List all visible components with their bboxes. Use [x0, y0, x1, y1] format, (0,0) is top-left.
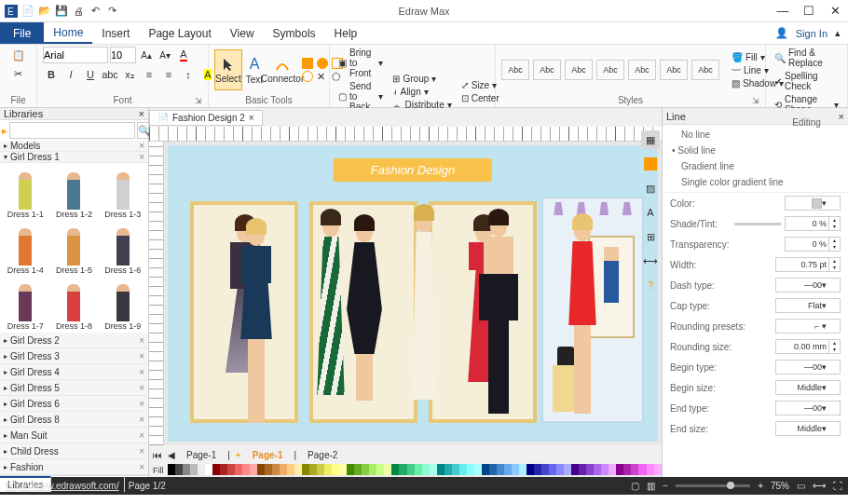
color-swatch[interactable]	[175, 464, 183, 475]
zoom-in-icon[interactable]: +	[758, 481, 763, 491]
view-outline-icon[interactable]: ▥	[647, 481, 655, 491]
undo-icon[interactable]: ↶	[88, 4, 103, 19]
category-row[interactable]: ▸Girl Dress 5×	[0, 380, 148, 396]
color-swatch[interactable]	[227, 464, 235, 475]
category-row[interactable]: ▸Girl Dress 2×	[0, 333, 148, 348]
library-thumbnail[interactable]: Dress 1-7	[2, 277, 48, 331]
find-replace-button[interactable]: 🔍 Find & Replace	[772, 47, 841, 69]
style-preset[interactable]: Abc	[501, 60, 529, 80]
color-swatch[interactable]	[541, 464, 549, 475]
minimize-button[interactable]: —	[773, 4, 792, 19]
bullets-icon[interactable]: ≡	[141, 66, 157, 83]
color-swatch[interactable]	[384, 464, 391, 475]
fit-width-icon[interactable]: ⟷	[813, 481, 826, 491]
color-swatch[interactable]	[354, 464, 362, 475]
underline-icon[interactable]: U	[82, 66, 99, 83]
transparency-input[interactable]: 0 %▴▾	[785, 237, 841, 252]
font-launcher-icon[interactable]: ⇲	[195, 96, 202, 105]
library-menu-icon[interactable]: ▸	[2, 122, 7, 139]
add-page-icon[interactable]: +	[236, 450, 241, 460]
color-picker[interactable]: ▾	[785, 196, 841, 211]
line-type-solid[interactable]: Solid line	[670, 144, 841, 157]
color-swatch[interactable]	[459, 464, 467, 475]
color-swatch[interactable]	[407, 464, 415, 475]
library-thumbnail[interactable]: Dress 1-8	[50, 277, 97, 331]
paste-icon[interactable]: 📋	[10, 47, 27, 63]
color-swatch[interactable]	[235, 464, 242, 475]
print-icon[interactable]: 🖨	[71, 4, 86, 19]
color-swatch[interactable]	[250, 464, 257, 475]
tab-close-icon[interactable]: ×	[249, 113, 254, 123]
line-spacing-icon[interactable]: ↕	[180, 66, 197, 83]
model-figure[interactable]	[475, 209, 522, 432]
dash-select[interactable]: — 00 ▾	[775, 278, 841, 293]
font-color-icon[interactable]: A	[175, 47, 192, 63]
view-normal-icon[interactable]: ▢	[631, 481, 639, 491]
align-button[interactable]: ⫞ Align ▾	[390, 86, 454, 98]
color-swatch[interactable]	[272, 464, 280, 475]
color-swatch[interactable]	[556, 464, 564, 475]
fill-panel-icon[interactable]: ▦	[641, 130, 660, 149]
color-swatch[interactable]	[519, 464, 527, 475]
rounding-preset-select[interactable]: ⌐ ▾	[775, 319, 841, 334]
maximize-button[interactable]: ☐	[800, 4, 818, 19]
color-swatch[interactable]	[571, 464, 579, 475]
shrink-font-icon[interactable]: A▾	[157, 47, 173, 63]
bring-front-button[interactable]: ▣ Bring to Front ▾	[335, 47, 386, 79]
libraries-close-icon[interactable]: ×	[139, 108, 144, 119]
app-icon[interactable]: E	[4, 4, 19, 19]
color-swatch[interactable]	[586, 464, 594, 475]
library-thumbnail[interactable]: Dress 1-5	[50, 221, 97, 275]
select-tool[interactable]: Select	[214, 49, 242, 90]
color-swatch[interactable]	[564, 464, 571, 475]
style-preset[interactable]: Abc	[565, 60, 593, 80]
category-row[interactable]: ▸Fashion×	[0, 459, 148, 475]
zoom-slider[interactable]	[676, 484, 750, 487]
canvas[interactable]: Fashion Design	[168, 145, 658, 442]
style-preset[interactable]: Abc	[533, 60, 561, 80]
category-row[interactable]: ▸Girl Dress 4×	[0, 364, 148, 380]
layout-panel-icon[interactable]: ⊞	[641, 227, 660, 246]
color-swatch[interactable]	[220, 464, 227, 475]
redo-icon[interactable]: ↷	[104, 4, 119, 19]
file-tab[interactable]: File	[0, 22, 44, 44]
model-figure[interactable]	[308, 209, 354, 432]
color-swatch[interactable]	[324, 464, 332, 475]
color-swatch[interactable]	[527, 464, 534, 475]
color-swatch[interactable]	[601, 464, 609, 475]
color-swatch[interactable]	[339, 464, 347, 475]
strike-icon[interactable]: abc	[102, 66, 118, 83]
color-swatch[interactable]	[579, 464, 586, 475]
color-swatch[interactable]	[638, 464, 646, 475]
line-type-none[interactable]: No line	[670, 129, 841, 141]
color-swatch[interactable]	[474, 464, 482, 475]
color-swatch[interactable]	[257, 464, 265, 475]
color-swatch[interactable]	[198, 464, 205, 475]
color-swatch[interactable]	[280, 464, 287, 475]
category-row[interactable]: ▸Girl Dress 6×	[0, 396, 148, 412]
color-swatch[interactable]	[302, 464, 309, 475]
dimensions-panel-icon[interactable]: ⟷	[641, 252, 660, 270]
save-icon[interactable]: 💾	[54, 4, 69, 19]
color-swatch[interactable]	[445, 464, 452, 475]
text-tool[interactable]: AText	[246, 49, 263, 90]
color-swatch[interactable]	[399, 464, 406, 475]
color-swatch[interactable]	[631, 464, 638, 475]
shade-slider[interactable]	[734, 223, 781, 225]
shape-square-icon[interactable]	[302, 58, 313, 69]
align-left-icon[interactable]: ≡	[160, 66, 177, 83]
color-swatch[interactable]	[265, 464, 272, 475]
color-swatch[interactable]	[415, 464, 422, 475]
model-figure[interactable]	[233, 218, 280, 432]
page-tab[interactable]: Page-1	[181, 448, 222, 462]
user-icon[interactable]: 👤	[775, 27, 788, 39]
tab-home[interactable]: Home	[44, 22, 92, 44]
font-size-select[interactable]	[110, 47, 136, 63]
tab-view[interactable]: View	[221, 22, 264, 44]
color-swatch[interactable]	[437, 464, 445, 475]
cut-icon[interactable]: ✂	[10, 65, 27, 82]
styles-gallery[interactable]: Abc Abc Abc Abc Abc Abc Abc	[501, 60, 719, 80]
color-swatch[interactable]	[623, 464, 631, 475]
open-icon[interactable]: 📂	[37, 4, 52, 19]
color-swatch[interactable]	[616, 464, 623, 475]
